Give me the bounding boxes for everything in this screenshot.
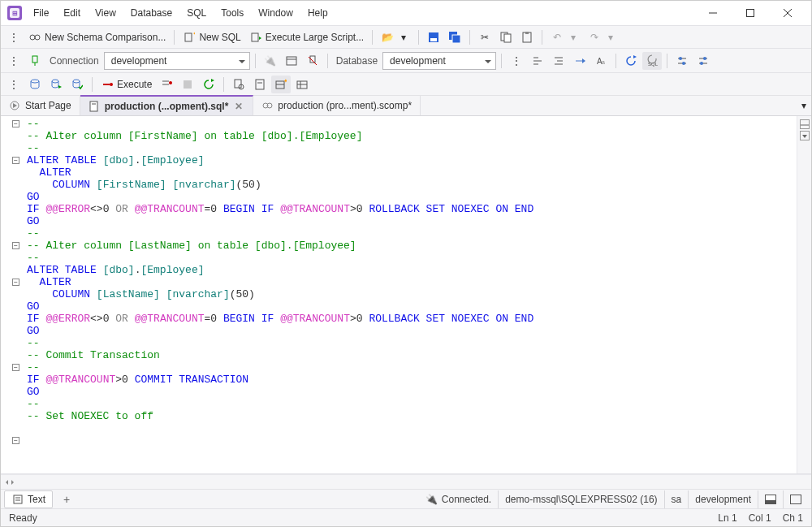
layout-1-button[interactable] — [758, 490, 783, 508]
t2-btn-3[interactable] — [303, 52, 322, 70]
execute-cursor-icon — [160, 78, 173, 91]
open-button[interactable]: 📂▾ — [378, 28, 413, 46]
t3-db-1[interactable] — [25, 76, 45, 93]
cut-button[interactable]: ✂ — [475, 28, 495, 46]
connection-status: 🔌 Connected. — [419, 490, 498, 508]
code-area[interactable]: ---- Alter column [FirstName] on table [… — [22, 116, 797, 473]
t2-btn-1[interactable]: 🔌 — [261, 52, 280, 70]
connection-combo[interactable]: development — [104, 52, 250, 70]
close-tab-icon[interactable]: ✕ — [233, 101, 244, 112]
paste-button[interactable] — [517, 28, 537, 46]
new-schema-comparison-button[interactable]: New Schema Comparison... — [25, 28, 169, 46]
disconnect-icon — [306, 54, 319, 67]
svg-point-6 — [30, 35, 35, 40]
svg-point-41 — [682, 62, 685, 65]
save-icon — [427, 31, 440, 44]
undo-button[interactable]: ↶▾ — [547, 28, 583, 46]
t2-btn-2[interactable] — [282, 52, 301, 70]
stop-button[interactable] — [178, 76, 197, 93]
new-sql-button[interactable]: ✦ New SQL — [179, 28, 244, 46]
t3-btn-b[interactable] — [250, 76, 270, 93]
tabs-dropdown[interactable]: ▾ — [797, 96, 811, 115]
grid-sparkle-icon: ✦ — [274, 78, 287, 91]
refresh-exec-button[interactable] — [199, 76, 218, 93]
t2-btn-9[interactable] — [693, 52, 713, 70]
fold-toggle[interactable]: − — [12, 157, 19, 164]
t3-db-2[interactable] — [46, 76, 66, 93]
overview-ruler[interactable] — [797, 116, 811, 473]
fold-toggle[interactable]: − — [12, 120, 19, 127]
t3-btn-d[interactable] — [292, 76, 312, 93]
menu-file[interactable]: File — [27, 4, 55, 22]
save-button[interactable] — [424, 28, 443, 46]
menu-window[interactable]: Window — [252, 4, 300, 22]
t2-btn-7[interactable]: Aa — [591, 52, 611, 70]
t2-btn-8[interactable] — [672, 52, 692, 70]
tab-start-page[interactable]: Start Page — [1, 96, 80, 115]
menu-help[interactable]: Help — [301, 4, 335, 22]
close-button[interactable] — [769, 1, 806, 25]
svg-rect-15 — [452, 35, 460, 43]
menu-database[interactable]: Database — [124, 4, 179, 22]
t3-db-3[interactable] — [67, 76, 87, 93]
refresh-button[interactable] — [621, 52, 641, 70]
maximize-button[interactable] — [732, 1, 769, 25]
copy-button[interactable] — [496, 28, 516, 46]
menu-view[interactable]: View — [89, 4, 123, 22]
scomp-icon — [261, 100, 273, 111]
layout-2-button[interactable] — [783, 490, 808, 508]
fold-toggle[interactable]: − — [12, 437, 19, 444]
svg-rect-13 — [430, 38, 437, 41]
split-h-icon[interactable] — [800, 119, 810, 129]
tab-start-page-label: Start Page — [25, 100, 71, 111]
svg-rect-20 — [32, 56, 37, 63]
fold-toggle[interactable]: − — [12, 242, 19, 249]
execute-cursor-button[interactable] — [157, 76, 176, 93]
menu-edit[interactable]: Edit — [57, 4, 87, 22]
editor-gutter[interactable]: −−−−−− — [1, 116, 22, 473]
execute-large-icon — [249, 31, 262, 44]
execute-button[interactable]: Execute — [97, 76, 155, 93]
arrow-right-icon — [573, 54, 586, 67]
tab-production-scomp[interactable]: production (pro...ment).scomp* — [253, 96, 421, 115]
menu-tools[interactable]: Tools — [214, 4, 250, 22]
refresh-sql-button[interactable]: SQL — [642, 52, 662, 70]
text-tab[interactable]: Text — [4, 490, 53, 508]
copy-icon — [499, 31, 512, 44]
t2-btn-6[interactable] — [570, 52, 590, 70]
status-ready: Ready — [9, 512, 37, 524]
database-combo[interactable]: development — [382, 52, 496, 70]
start-page-icon — [9, 100, 20, 111]
grip-icon: ⋮ — [507, 52, 526, 70]
svg-point-7 — [35, 35, 40, 40]
menu-sql[interactable]: SQL — [180, 4, 213, 22]
t2-btn-5[interactable] — [549, 52, 568, 70]
lines-icon — [531, 54, 544, 67]
svg-text:⊞: ⊞ — [12, 10, 18, 17]
svg-rect-81 — [766, 495, 775, 500]
split-v-icon[interactable] — [800, 131, 810, 140]
svg-point-54 — [169, 81, 172, 84]
svg-marker-11 — [259, 37, 261, 40]
fold-toggle[interactable]: − — [12, 364, 19, 371]
svg-rect-10 — [252, 33, 258, 41]
execute-icon — [101, 78, 114, 91]
folder-open-icon: 📂 — [381, 31, 394, 44]
connection-icon-button[interactable] — [25, 52, 45, 70]
indent-icon — [552, 54, 565, 67]
tab-production-sql[interactable]: production (...opment).sql* ✕ — [80, 95, 254, 115]
arrows-icon[interactable] — [4, 477, 15, 488]
add-tab-button[interactable]: + — [58, 490, 76, 508]
save-all-button[interactable] — [445, 28, 464, 46]
status-col: Col 1 — [749, 512, 771, 524]
t2-btn-4[interactable] — [528, 52, 547, 70]
execute-large-script-button[interactable]: Execute Large Script... — [246, 28, 367, 46]
minimize-button[interactable] — [694, 1, 732, 25]
redo-button[interactable]: ↷▾ — [585, 28, 620, 46]
undo-icon: ↶ — [551, 31, 564, 44]
t3-btn-a[interactable] — [229, 76, 248, 93]
svg-point-44 — [703, 57, 706, 60]
db-cell: development — [688, 490, 758, 508]
t3-btn-c[interactable]: ✦ — [271, 76, 291, 93]
fold-toggle[interactable]: − — [12, 279, 19, 286]
